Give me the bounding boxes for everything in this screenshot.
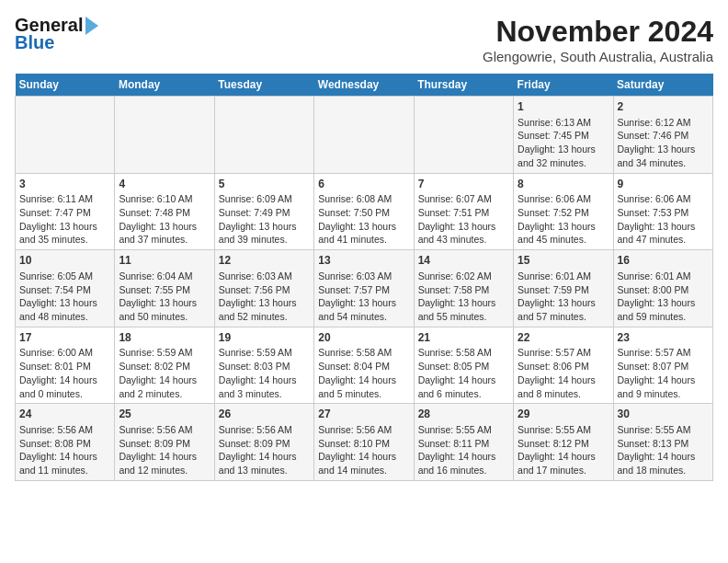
day-info: Sunrise: 6:01 AMSunset: 7:59 PMDaylight:… bbox=[518, 270, 609, 324]
calendar-cell: 18Sunrise: 5:59 AMSunset: 8:02 PMDayligh… bbox=[115, 327, 214, 404]
day-number: 23 bbox=[618, 330, 709, 346]
calendar-cell: 13Sunrise: 6:03 AMSunset: 7:57 PMDayligh… bbox=[314, 250, 414, 327]
day-number: 6 bbox=[318, 177, 409, 192]
day-info: Sunrise: 6:08 AMSunset: 7:50 PMDaylight:… bbox=[318, 192, 409, 247]
day-info: Sunrise: 6:03 AMSunset: 7:57 PMDaylight:… bbox=[318, 270, 409, 324]
day-number: 4 bbox=[119, 177, 210, 192]
day-number: 10 bbox=[19, 253, 110, 269]
calendar-cell: 3Sunrise: 6:11 AMSunset: 7:47 PMDaylight… bbox=[16, 173, 115, 250]
calendar-cell: 30Sunrise: 5:55 AMSunset: 8:13 PMDayligh… bbox=[613, 404, 712, 481]
calendar-cell: 11Sunrise: 6:04 AMSunset: 7:55 PMDayligh… bbox=[115, 250, 214, 327]
day-info: Sunrise: 6:00 AMSunset: 8:01 PMDaylight:… bbox=[19, 346, 110, 400]
day-number: 5 bbox=[219, 177, 310, 192]
day-info: Sunrise: 5:55 AMSunset: 8:12 PMDaylight:… bbox=[518, 423, 609, 477]
day-info: Sunrise: 5:56 AMSunset: 8:09 PMDaylight:… bbox=[119, 423, 210, 477]
calendar-cell bbox=[214, 97, 313, 174]
day-info: Sunrise: 6:06 AMSunset: 7:53 PMDaylight:… bbox=[618, 192, 709, 247]
day-info: Sunrise: 6:06 AMSunset: 7:52 PMDaylight:… bbox=[518, 192, 609, 247]
week-row-1: 1Sunrise: 6:13 AMSunset: 7:45 PMDaylight… bbox=[16, 97, 713, 174]
day-header-row: SundayMondayTuesdayWednesdayThursdayFrid… bbox=[16, 74, 713, 97]
day-number: 22 bbox=[518, 330, 609, 346]
week-row-2: 3Sunrise: 6:11 AMSunset: 7:47 PMDaylight… bbox=[16, 173, 713, 250]
day-info: Sunrise: 6:03 AMSunset: 7:56 PMDaylight:… bbox=[219, 270, 310, 324]
week-row-3: 10Sunrise: 6:05 AMSunset: 7:54 PMDayligh… bbox=[16, 250, 713, 327]
logo-text-blue: Blue bbox=[15, 32, 54, 53]
day-info: Sunrise: 6:13 AMSunset: 7:45 PMDaylight:… bbox=[518, 116, 609, 170]
calendar-cell: 15Sunrise: 6:01 AMSunset: 7:59 PMDayligh… bbox=[514, 250, 613, 327]
day-info: Sunrise: 6:09 AMSunset: 7:49 PMDaylight:… bbox=[219, 192, 310, 247]
day-number: 16 bbox=[618, 253, 709, 269]
calendar-cell: 16Sunrise: 6:01 AMSunset: 8:00 PMDayligh… bbox=[613, 250, 712, 327]
calendar-cell bbox=[314, 97, 414, 174]
day-info: Sunrise: 5:57 AMSunset: 8:07 PMDaylight:… bbox=[618, 346, 709, 400]
day-number: 30 bbox=[618, 407, 709, 422]
day-number: 17 bbox=[19, 330, 110, 346]
day-number: 19 bbox=[219, 330, 310, 346]
calendar-subtitle: Glengowrie, South Australia, Australia bbox=[483, 49, 713, 64]
day-info: Sunrise: 5:57 AMSunset: 8:06 PMDaylight:… bbox=[518, 346, 609, 400]
day-number: 28 bbox=[418, 407, 509, 422]
calendar-cell: 14Sunrise: 6:02 AMSunset: 7:58 PMDayligh… bbox=[414, 250, 513, 327]
calendar-cell: 24Sunrise: 5:56 AMSunset: 8:08 PMDayligh… bbox=[16, 404, 115, 481]
calendar-header: SundayMondayTuesdayWednesdayThursdayFrid… bbox=[16, 74, 713, 97]
day-number: 2 bbox=[618, 99, 709, 115]
day-info: Sunrise: 6:05 AMSunset: 7:54 PMDaylight:… bbox=[19, 270, 110, 324]
day-number: 21 bbox=[418, 330, 509, 346]
calendar-cell bbox=[16, 97, 115, 174]
day-number: 24 bbox=[19, 407, 110, 422]
calendar-cell: 19Sunrise: 5:59 AMSunset: 8:03 PMDayligh… bbox=[214, 327, 313, 404]
day-number: 15 bbox=[518, 253, 609, 269]
day-number: 14 bbox=[418, 253, 509, 269]
calendar-cell bbox=[115, 97, 214, 174]
calendar-cell: 25Sunrise: 5:56 AMSunset: 8:09 PMDayligh… bbox=[115, 404, 214, 481]
day-number: 29 bbox=[518, 407, 609, 422]
calendar-cell: 27Sunrise: 5:56 AMSunset: 8:10 PMDayligh… bbox=[314, 404, 414, 481]
logo: General Blue bbox=[15, 15, 98, 53]
day-number: 8 bbox=[518, 177, 609, 192]
calendar-cell: 23Sunrise: 5:57 AMSunset: 8:07 PMDayligh… bbox=[613, 327, 712, 404]
week-row-5: 24Sunrise: 5:56 AMSunset: 8:08 PMDayligh… bbox=[16, 404, 713, 481]
calendar-cell bbox=[414, 97, 513, 174]
calendar-cell: 22Sunrise: 5:57 AMSunset: 8:06 PMDayligh… bbox=[514, 327, 613, 404]
calendar-cell: 29Sunrise: 5:55 AMSunset: 8:12 PMDayligh… bbox=[514, 404, 613, 481]
day-info: Sunrise: 6:02 AMSunset: 7:58 PMDaylight:… bbox=[418, 270, 509, 324]
day-info: Sunrise: 6:04 AMSunset: 7:55 PMDaylight:… bbox=[119, 270, 210, 324]
day-number: 20 bbox=[318, 330, 409, 346]
calendar-title-block: November 2024 Glengowrie, South Australi… bbox=[483, 15, 713, 64]
day-header-thursday: Thursday bbox=[414, 74, 513, 97]
logo-arrow-icon bbox=[85, 17, 98, 35]
day-info: Sunrise: 6:07 AMSunset: 7:51 PMDaylight:… bbox=[418, 192, 509, 247]
day-info: Sunrise: 6:10 AMSunset: 7:48 PMDaylight:… bbox=[119, 192, 210, 247]
page-header: General Blue November 2024 Glengowrie, S… bbox=[15, 15, 713, 64]
day-info: Sunrise: 5:59 AMSunset: 8:03 PMDaylight:… bbox=[219, 346, 310, 400]
calendar-cell: 21Sunrise: 5:58 AMSunset: 8:05 PMDayligh… bbox=[414, 327, 513, 404]
day-header-tuesday: Tuesday bbox=[214, 74, 313, 97]
calendar-cell: 6Sunrise: 6:08 AMSunset: 7:50 PMDaylight… bbox=[314, 173, 414, 250]
calendar-table: SundayMondayTuesdayWednesdayThursdayFrid… bbox=[15, 74, 713, 481]
day-number: 9 bbox=[618, 177, 709, 192]
day-number: 3 bbox=[19, 177, 110, 192]
day-number: 7 bbox=[418, 177, 509, 192]
calendar-cell: 1Sunrise: 6:13 AMSunset: 7:45 PMDaylight… bbox=[514, 97, 613, 174]
day-header-wednesday: Wednesday bbox=[314, 74, 414, 97]
calendar-cell: 20Sunrise: 5:58 AMSunset: 8:04 PMDayligh… bbox=[314, 327, 414, 404]
day-number: 18 bbox=[119, 330, 210, 346]
day-header-saturday: Saturday bbox=[613, 74, 712, 97]
calendar-cell: 4Sunrise: 6:10 AMSunset: 7:48 PMDaylight… bbox=[115, 173, 214, 250]
day-header-friday: Friday bbox=[514, 74, 613, 97]
calendar-cell: 9Sunrise: 6:06 AMSunset: 7:53 PMDaylight… bbox=[613, 173, 712, 250]
day-number: 27 bbox=[318, 407, 409, 422]
day-info: Sunrise: 6:01 AMSunset: 8:00 PMDaylight:… bbox=[618, 270, 709, 324]
calendar-cell: 5Sunrise: 6:09 AMSunset: 7:49 PMDaylight… bbox=[214, 173, 313, 250]
calendar-cell: 7Sunrise: 6:07 AMSunset: 7:51 PMDaylight… bbox=[414, 173, 513, 250]
calendar-cell: 8Sunrise: 6:06 AMSunset: 7:52 PMDaylight… bbox=[514, 173, 613, 250]
day-info: Sunrise: 5:59 AMSunset: 8:02 PMDaylight:… bbox=[119, 346, 210, 400]
week-row-4: 17Sunrise: 6:00 AMSunset: 8:01 PMDayligh… bbox=[16, 327, 713, 404]
day-number: 25 bbox=[119, 407, 210, 422]
day-info: Sunrise: 5:56 AMSunset: 8:09 PMDaylight:… bbox=[219, 423, 310, 477]
day-number: 13 bbox=[318, 253, 409, 269]
day-info: Sunrise: 6:11 AMSunset: 7:47 PMDaylight:… bbox=[19, 192, 110, 247]
calendar-cell: 10Sunrise: 6:05 AMSunset: 7:54 PMDayligh… bbox=[16, 250, 115, 327]
calendar-cell: 2Sunrise: 6:12 AMSunset: 7:46 PMDaylight… bbox=[613, 97, 712, 174]
day-info: Sunrise: 5:58 AMSunset: 8:04 PMDaylight:… bbox=[318, 346, 409, 400]
